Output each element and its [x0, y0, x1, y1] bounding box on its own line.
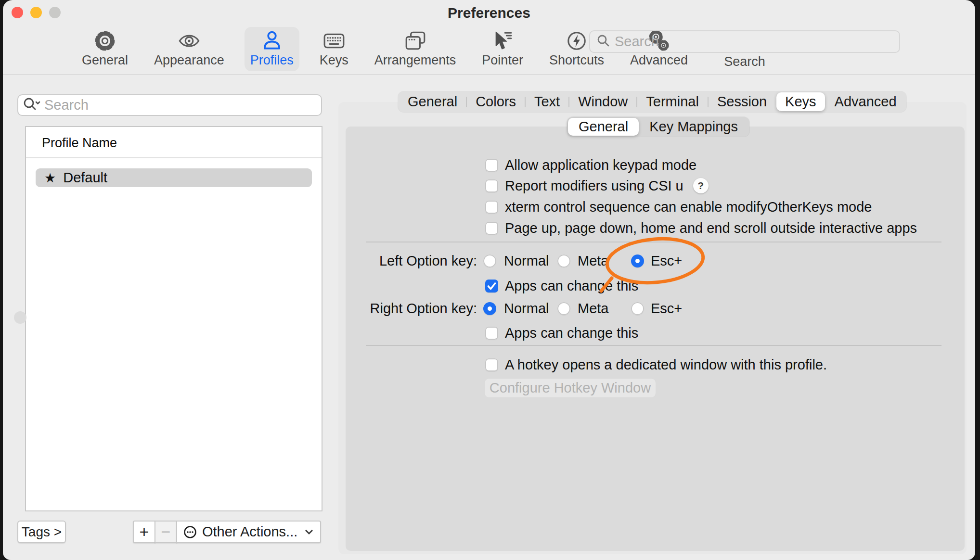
left-option-meta-radio[interactable]	[557, 255, 570, 267]
tab-text[interactable]: Text	[526, 92, 568, 111]
checkbox-row: A hotkey opens a dedicated window with t…	[485, 357, 827, 372]
star-icon: ★	[44, 170, 56, 186]
hotkey-window-checkbox[interactable]	[485, 358, 498, 371]
tab-colors[interactable]: Colors	[467, 92, 525, 111]
circle-ellipsis-icon	[183, 525, 197, 539]
profile-list: Profile Name ★ Default	[25, 126, 322, 511]
cursor-icon	[491, 29, 514, 52]
keys-subtab-bar: General Key Mappings	[567, 117, 749, 137]
tab-session[interactable]: Session	[709, 92, 775, 111]
toolbar-item-profiles[interactable]: Profiles	[245, 27, 299, 71]
tags-button[interactable]: Tags >	[17, 521, 66, 543]
modify-other-keys-checkbox[interactable]	[485, 201, 498, 214]
profile-list-header: Profile Name	[26, 127, 322, 158]
toolbar-item-label: General	[82, 53, 128, 68]
profile-search-input[interactable]	[44, 97, 316, 113]
window-title: Preferences	[3, 0, 975, 21]
toolbar-item-label: Pointer	[482, 53, 523, 68]
splitter-handle[interactable]	[14, 311, 26, 324]
left-option-label: Left Option key:	[332, 253, 477, 268]
radio-label: Esc+	[651, 253, 682, 268]
toolbar-search-label: Search	[589, 54, 900, 69]
help-button[interactable]: ?	[693, 178, 709, 193]
windows-stack-icon	[404, 29, 426, 52]
left-apps-change-checkbox[interactable]	[485, 280, 498, 293]
tab-window[interactable]: Window	[569, 92, 636, 111]
subtab-general[interactable]: General	[568, 118, 639, 136]
checkbox-row: Page up, page down, home and end scroll …	[485, 220, 917, 236]
close-button[interactable]	[12, 7, 23, 18]
radio-label: Meta	[578, 253, 608, 268]
page-scroll-checkbox[interactable]	[485, 222, 498, 235]
person-icon	[261, 29, 283, 52]
right-option-meta-radio[interactable]	[557, 302, 570, 315]
minimize-button[interactable]	[30, 7, 42, 18]
right-apps-change-checkbox[interactable]	[485, 327, 498, 340]
profile-actions-group: + − Other Actions...	[133, 521, 321, 543]
right-option-label: Right Option key:	[332, 301, 477, 316]
toolbar-item-label: Appearance	[154, 53, 224, 68]
chevron-down-icon	[304, 529, 314, 535]
checkbox-label: Page up, page down, home and end scroll …	[505, 220, 917, 236]
tab-advanced[interactable]: Advanced	[826, 92, 905, 111]
toolbar-item-appearance[interactable]: Appearance	[148, 27, 230, 71]
checkbox-row: xterm control sequence can enable modify…	[485, 199, 872, 215]
allow-keypad-checkbox[interactable]	[485, 159, 498, 172]
other-actions-label: Other Actions...	[202, 524, 297, 540]
left-option-normal-radio[interactable]	[483, 255, 496, 267]
toolbar: General Appearance	[3, 25, 975, 75]
radio-label: Normal	[504, 253, 549, 268]
right-option-esc-radio[interactable]	[631, 302, 644, 315]
checkbox-row: Allow application keypad mode	[485, 157, 696, 173]
search-scope-icon	[23, 97, 40, 114]
keyboard-icon	[323, 29, 345, 52]
checkbox-row: Apps can change this	[485, 325, 638, 341]
toolbar-item-label: Arrangements	[374, 53, 456, 68]
zoom-button[interactable]	[49, 7, 61, 18]
profile-search-field[interactable]	[17, 94, 322, 116]
configure-hotkey-window-button[interactable]: Configure Hotkey Window	[484, 378, 656, 398]
left-option-esc-radio[interactable]	[631, 255, 644, 267]
toolbar-item-label: Profiles	[250, 53, 294, 68]
checkbox-label: xterm control sequence can enable modify…	[505, 199, 872, 215]
toolbar-search-group: Search	[589, 30, 900, 69]
radio-label: Meta	[578, 301, 608, 316]
toolbar-item-pointer[interactable]: Pointer	[476, 27, 529, 71]
checkbox-label: Apps can change this	[505, 278, 638, 293]
divider	[366, 242, 941, 242]
preferences-window: Preferences General	[3, 0, 975, 560]
toolbar-item-general[interactable]: General	[76, 27, 134, 71]
radio-label: Esc+	[651, 301, 682, 316]
tab-keys[interactable]: Keys	[776, 92, 825, 111]
profile-tab-bar: General Colors Text Window Terminal Sess…	[398, 91, 906, 112]
profile-row-default[interactable]: ★ Default	[36, 168, 312, 187]
gear-icon	[94, 29, 116, 52]
checkbox-label: Report modifiers using CSI u	[505, 178, 683, 193]
checkbox-row: Apps can change this	[485, 278, 638, 293]
subtab-key-mappings[interactable]: Key Mappings	[639, 118, 748, 136]
bolt-circle-icon	[566, 29, 588, 52]
toolbar-item-keys[interactable]: Keys	[314, 27, 354, 71]
tab-terminal[interactable]: Terminal	[637, 92, 708, 111]
csi-u-checkbox[interactable]	[485, 179, 498, 192]
remove-profile-button[interactable]: −	[155, 521, 177, 543]
add-profile-button[interactable]: +	[133, 521, 155, 543]
divider	[366, 345, 941, 346]
right-option-normal-radio[interactable]	[483, 302, 496, 315]
traffic-lights	[12, 7, 61, 18]
checkbox-label: A hotkey opens a dedicated window with t…	[505, 357, 827, 372]
toolbar-search-field[interactable]	[589, 30, 900, 53]
search-icon	[596, 34, 610, 50]
toolbar-item-arrangements[interactable]: Arrangements	[369, 27, 462, 71]
toolbar-item-label: Keys	[320, 53, 348, 68]
checkbox-label: Apps can change this	[505, 325, 638, 341]
checkbox-label: Allow application keypad mode	[505, 157, 696, 173]
titlebar: Preferences	[3, 0, 975, 25]
toolbar-search-input[interactable]	[615, 34, 893, 50]
radio-label: Normal	[504, 301, 549, 316]
other-actions-dropdown[interactable]: Other Actions...	[176, 521, 321, 543]
eye-icon	[178, 29, 200, 52]
profile-name: Default	[63, 170, 107, 186]
checkbox-row: Report modifiers using CSI u ?	[485, 178, 709, 193]
tab-general[interactable]: General	[399, 92, 466, 111]
